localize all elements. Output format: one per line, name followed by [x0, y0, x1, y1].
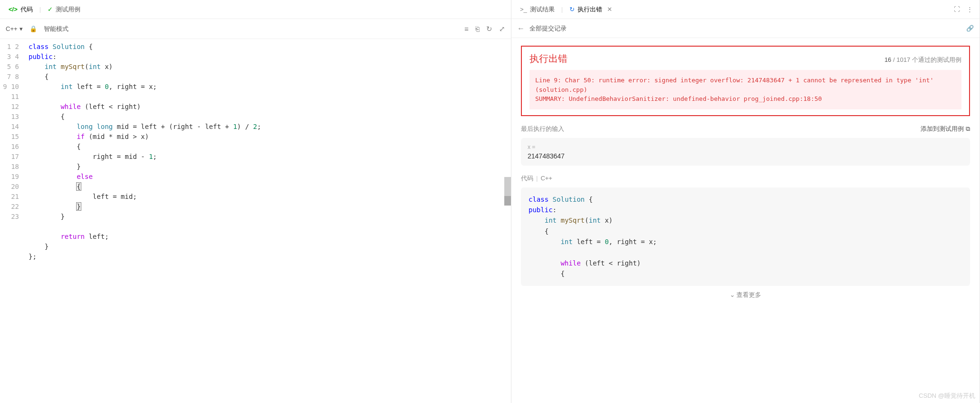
tab-divider: |: [39, 6, 41, 13]
input-box: x = 2147483647: [521, 138, 970, 166]
tab-error-label: 执行出错: [578, 5, 602, 14]
total-count: 1017: [896, 56, 910, 63]
tab-result-label: 测试结果: [530, 5, 555, 14]
minimap-marker-2: [504, 196, 511, 206]
show-more-button[interactable]: ⌄ 查看更多: [521, 286, 970, 299]
tab-divider: |: [561, 6, 563, 13]
terminal-icon: >_: [520, 6, 527, 13]
code-section-header: 代码|C++: [521, 174, 970, 183]
tab-code[interactable]: </> 代码: [5, 2, 37, 17]
input-value: 2147483647: [528, 152, 963, 160]
tab-testcases[interactable]: ✓ 测试用例: [44, 2, 84, 17]
reset-icon[interactable]: ↻: [486, 25, 492, 33]
chevron-down-icon: ▾: [20, 25, 23, 32]
bookmark-icon[interactable]: ⎗: [475, 25, 480, 33]
error-message: Line 9: Char 50: runtime error: signed i…: [529, 70, 961, 109]
fullscreen-icon[interactable]: ⛶: [952, 4, 962, 15]
input-var-label: x =: [528, 144, 963, 150]
refresh-icon: ↻: [569, 6, 575, 13]
expand-icon[interactable]: ⤢: [499, 25, 505, 33]
error-stats: 16 / 1017 个通过的测试用例: [884, 56, 961, 64]
tab-error[interactable]: ↻ 执行出错 ✕: [566, 2, 616, 17]
back-arrow-icon[interactable]: ←: [517, 24, 525, 33]
menu-dots-icon[interactable]: ⋮: [965, 4, 975, 15]
error-box: 执行出错 16 / 1017 个通过的测试用例 Line 9: Char 50:…: [521, 46, 970, 116]
right-tab-bar: >_ 测试结果 | ↻ 执行出错 ✕ ⛶ ⋮: [511, 0, 980, 19]
all-submissions-link[interactable]: 全部提交记录: [529, 24, 567, 33]
lock-icon: 🔒: [29, 25, 37, 32]
stats-suffix: 个通过的测试用例: [912, 56, 961, 63]
error-title: 执行出错: [529, 52, 568, 65]
editor-toolbar: C++ ▾ 🔒 智能模式 ≡ ⎗ ↻ ⤢: [0, 19, 511, 39]
mode-label: 智能模式: [44, 25, 69, 33]
code-section-lang: C++: [540, 175, 552, 182]
close-icon[interactable]: ✕: [607, 6, 612, 13]
code-section-label: 代码: [521, 175, 533, 182]
tab-testcases-label: 测试用例: [56, 5, 80, 14]
language-selector[interactable]: C++ ▾: [6, 25, 23, 32]
result-body: 执行出错 16 / 1017 个通过的测试用例 Line 9: Char 50:…: [511, 38, 980, 403]
last-input-label: 最后执行的输入: [521, 125, 564, 133]
nav-row: ← 全部提交记录 🔗: [511, 19, 980, 38]
link-icon[interactable]: 🔗: [966, 25, 974, 32]
last-input-header: 最后执行的输入 添加到测试用例 ⧉: [521, 125, 970, 133]
format-icon[interactable]: ≡: [464, 25, 469, 33]
language-label: C++: [6, 25, 18, 32]
tab-code-label: 代码: [20, 5, 33, 14]
tab-test-result[interactable]: >_ 测试结果: [516, 2, 559, 17]
watermark: CSDN @睡觉待开机: [919, 392, 975, 400]
chevron-down-icon: ⌄: [730, 291, 735, 298]
add-to-testcase-button[interactable]: 添加到测试用例 ⧉: [921, 125, 970, 133]
add-label: 添加到测试用例: [921, 125, 964, 133]
check-icon: ✓: [48, 6, 53, 13]
left-tab-bar: </> 代码 | ✓ 测试用例: [0, 0, 511, 19]
copy-icon: ⧉: [966, 125, 970, 133]
submitted-code-block: class Solution { public: int mySqrt(int …: [521, 187, 970, 286]
line-gutter: 1 2 3 4 5 6 7 8 9 10 11 12 13 14 15 16 1…: [0, 39, 24, 403]
code-editor[interactable]: 1 2 3 4 5 6 7 8 9 10 11 12 13 14 15 16 1…: [0, 39, 511, 403]
show-more-label: 查看更多: [736, 291, 761, 298]
code-icon: </>: [9, 6, 18, 13]
code-content[interactable]: class Solution { public: int mySqrt(int …: [24, 39, 511, 403]
passed-count: 16: [884, 56, 891, 63]
